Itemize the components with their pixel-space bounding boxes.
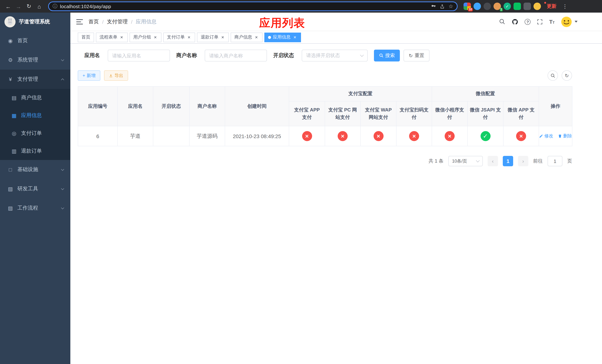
sidebar-item-merchant-info[interactable]: ▤ 商户信息	[0, 89, 70, 107]
sidebar-item-system[interactable]: ⚙ 系统管理	[0, 50, 70, 70]
app-name-input[interactable]	[108, 50, 170, 62]
hamburger-icon[interactable]	[76, 19, 83, 24]
next-page-button[interactable]: ›	[518, 156, 528, 166]
status-select[interactable]: 请选择开启状态	[302, 50, 368, 62]
sidebar-item-refund-orders[interactable]: ▥ 退款订单	[0, 142, 70, 160]
user-avatar[interactable]	[561, 16, 578, 27]
site-info-icon[interactable]: ⓘ	[53, 3, 57, 10]
bookmark-star-icon[interactable]: ☆	[449, 3, 453, 9]
prev-page-button[interactable]: ‹	[488, 156, 498, 166]
workflow-icon: ▨	[7, 205, 13, 211]
search-icon[interactable]	[499, 19, 505, 25]
reset-button-label: 重置	[415, 52, 424, 59]
extension-puzzle-icon[interactable]	[524, 3, 531, 10]
delete-link[interactable]: 删除	[558, 133, 572, 139]
toggle-search-button[interactable]	[548, 70, 558, 81]
cell-alipay-pc: ×	[325, 126, 360, 146]
help-icon[interactable]: ?	[525, 19, 531, 25]
cross-circle-icon: ×	[338, 131, 348, 141]
search-button[interactable]: 搜索	[374, 50, 400, 62]
chrome-menu-icon[interactable]: ⋮	[562, 3, 568, 9]
reload-button[interactable]: ↻	[24, 2, 33, 11]
sidebar-item-dev-tools[interactable]: ▧ 研发工具	[0, 179, 70, 198]
page-size-select[interactable]: 10条/页	[448, 156, 483, 166]
download-icon	[109, 74, 113, 78]
cell-alipay-app: ×	[289, 126, 325, 146]
extension-check-icon[interactable]: ✓	[504, 3, 511, 10]
close-icon[interactable]: ×	[187, 35, 191, 40]
tab-home[interactable]: 首页	[78, 32, 94, 42]
cell-created: 2021-10-23 08:49:25	[225, 126, 289, 146]
address-bar[interactable]: ⓘ localhost:1024/pay/app ☆	[48, 1, 458, 11]
sidebar-item-workflow[interactable]: ▨ 工作流程	[0, 198, 70, 218]
add-button[interactable]: + 新增	[78, 70, 100, 81]
cross-circle-icon: ×	[516, 131, 526, 141]
cell-ops: 修改 删除	[539, 126, 572, 146]
app-logo-icon	[4, 16, 16, 27]
back-button[interactable]: ←	[4, 2, 13, 11]
github-icon[interactable]	[512, 18, 518, 25]
cell-alipay-scan: ×	[396, 126, 432, 146]
home-button[interactable]: ⌂	[35, 2, 44, 11]
col-header-alipay-pc: 支付宝 PC 网站支付	[325, 101, 360, 126]
sidebar-item-app-info[interactable]: ▦ 应用信息	[0, 107, 70, 124]
share-icon[interactable]	[440, 4, 445, 9]
cross-circle-icon: ×	[409, 131, 419, 141]
password-key-icon[interactable]	[431, 4, 436, 9]
col-header-alipay-wap: 支付宝 WAP 网站支付	[360, 101, 396, 126]
forward-button[interactable]: →	[14, 2, 23, 11]
sidebar-item-home[interactable]: ◉ 首页	[0, 31, 70, 50]
reset-button[interactable]: ↻ 重置	[404, 50, 430, 62]
extension-avatar-icon[interactable]: 1	[494, 3, 501, 10]
card-icon: ▤	[11, 95, 17, 101]
browser-profile-avatar[interactable]	[534, 3, 541, 10]
goto-page-input[interactable]	[548, 156, 562, 166]
close-icon[interactable]: ×	[153, 35, 158, 40]
cell-wechat-mini: ×	[432, 126, 467, 146]
tab-user-group[interactable]: 用户分组×	[129, 32, 161, 42]
close-icon[interactable]: ×	[220, 35, 225, 40]
tab-label: 流程表单	[100, 34, 117, 40]
extension-dark-icon[interactable]	[484, 3, 491, 10]
extension-chat-icon[interactable]	[514, 3, 521, 10]
tab-pay-orders[interactable]: 支付订单×	[163, 32, 195, 42]
chrome-update-button[interactable]: 更新	[547, 3, 557, 10]
close-icon[interactable]: ×	[119, 35, 124, 40]
breadcrumb-payment[interactable]: 支付管理	[107, 18, 128, 25]
tab-bar: 首页 流程表单× 用户分组× 支付订单× 退款订单× 商户信息× 应用信息×	[70, 31, 602, 44]
merchant-name-input[interactable]	[205, 50, 267, 62]
order-icon: ◎	[11, 130, 17, 136]
tab-refund-orders[interactable]: 退款订单×	[197, 32, 229, 42]
font-size-icon[interactable]: TT	[549, 19, 555, 25]
breadcrumb-home[interactable]: 首页	[88, 18, 99, 25]
extension-drop-icon[interactable]	[473, 3, 481, 10]
page-number-button[interactable]: 1	[503, 156, 513, 166]
app-logo-row[interactable]: 芋道管理系统	[0, 13, 70, 31]
export-button[interactable]: 导出	[104, 70, 128, 81]
sidebar-item-label: 首页	[17, 37, 28, 44]
select-placeholder: 请选择开启状态	[306, 52, 340, 59]
sidebar-item-label: 工作流程	[17, 205, 38, 212]
sidebar-item-pay-orders[interactable]: ◎ 支付订单	[0, 124, 70, 142]
tab-app-info[interactable]: 应用信息×	[264, 32, 301, 42]
sidebar-item-payment[interactable]: ¥ 支付管理	[0, 70, 70, 89]
sidebar-item-label: 基础设施	[17, 166, 38, 173]
toolbox-icon: ▧	[7, 186, 13, 192]
close-icon[interactable]: ×	[292, 35, 297, 40]
edit-link[interactable]: 修改	[539, 133, 553, 139]
col-header-alipay-app: 支付宝 APP 支付	[289, 101, 325, 126]
chevron-down-icon	[61, 168, 64, 171]
sidebar-item-label: 系统管理	[17, 57, 38, 63]
tab-process-form[interactable]: 流程表单×	[96, 32, 128, 42]
yen-icon: ¥	[7, 76, 13, 82]
tab-label: 退款订单	[201, 34, 218, 40]
extensions-row: 10 1 ✓	[463, 3, 541, 10]
fullscreen-icon[interactable]	[537, 19, 543, 25]
gear-icon: ⚙	[7, 57, 13, 63]
extension-pinwheel-icon[interactable]: 10	[463, 3, 471, 10]
tab-merchant-info[interactable]: 商户信息×	[231, 32, 262, 42]
sidebar-item-infrastructure[interactable]: □ 基础设施	[0, 160, 70, 179]
sidebar-item-label: 商户信息	[21, 95, 42, 101]
refresh-table-button[interactable]: ↻	[562, 70, 572, 81]
close-icon[interactable]: ×	[254, 35, 259, 40]
